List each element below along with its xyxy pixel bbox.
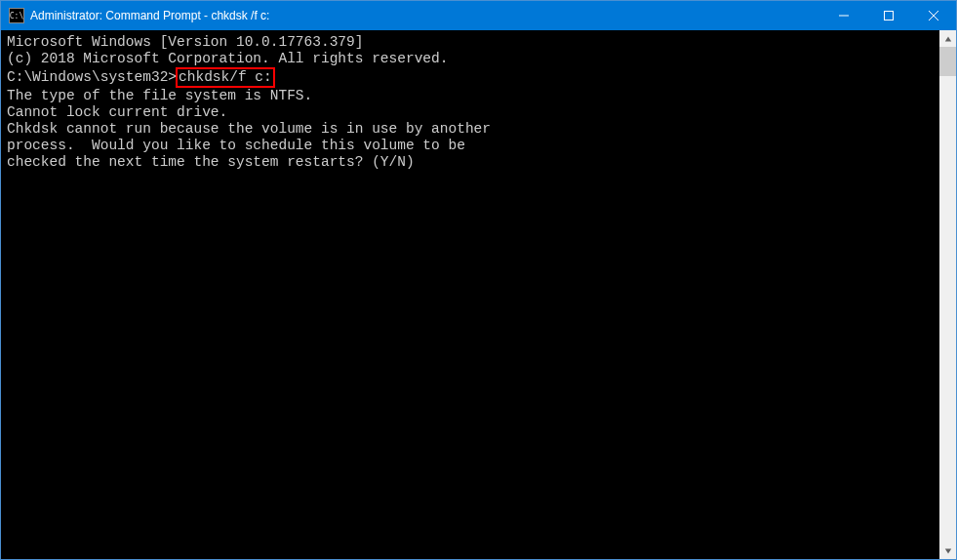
command-text: chkdsk/f c: [179,69,272,85]
svg-marker-5 [944,548,950,553]
cmd-icon: C:\ [9,8,24,23]
titlebar[interactable]: C:\ Administrator: Command Prompt - chkd… [1,1,956,30]
scrollbar-track[interactable] [939,47,956,542]
scroll-up-button[interactable] [939,30,956,47]
window-controls [821,1,956,30]
close-button[interactable] [911,1,956,30]
terminal-output[interactable]: Microsoft Windows [Version 10.0.17763.37… [1,30,939,559]
prompt-text: C:\Windows\system32> [7,69,177,85]
scroll-down-button[interactable] [939,542,956,559]
terminal-container: Microsoft Windows [Version 10.0.17763.37… [1,30,956,559]
output-line: Microsoft Windows [Version 10.0.17763.37… [7,34,934,51]
output-line: Cannot lock current drive. [7,104,934,121]
command-prompt-window: C:\ Administrator: Command Prompt - chkd… [0,0,957,560]
svg-rect-1 [885,12,894,20]
svg-marker-4 [944,36,950,41]
maximize-button[interactable] [866,1,911,30]
scrollbar-thumb[interactable] [939,47,956,76]
output-line: checked the next time the system restart… [7,154,934,171]
minimize-button[interactable] [821,1,866,30]
output-line: The type of the file system is NTFS. [7,88,934,104]
vertical-scrollbar[interactable] [939,30,956,559]
command-highlight: chkdsk/f c: [176,67,275,88]
window-title: Administrator: Command Prompt - chkdsk /… [30,9,821,22]
output-line: Chkdsk cannot run because the volume is … [7,121,934,138]
command-line: C:\Windows\system32>chkdsk/f c: [7,67,934,88]
output-line: process. Would you like to schedule this… [7,138,934,154]
output-line: (c) 2018 Microsoft Corporation. All righ… [7,51,934,67]
